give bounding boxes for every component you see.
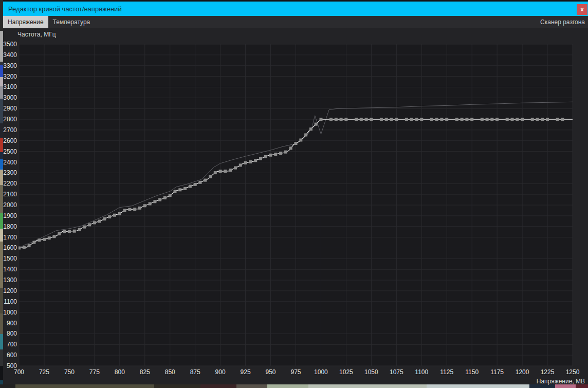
curve-point-marker[interactable] [138, 207, 141, 210]
close-button[interactable]: x [577, 4, 587, 15]
curve-point-marker[interactable] [295, 142, 298, 145]
curve-point-marker[interactable] [481, 118, 484, 121]
curve-point-marker[interactable] [455, 118, 458, 121]
curve-point-marker[interactable] [68, 230, 71, 233]
curve-point-marker[interactable] [390, 118, 393, 121]
curve-point-marker[interactable] [178, 188, 181, 191]
curve-point-marker[interactable] [103, 217, 106, 220]
curve-point-marker[interactable] [269, 154, 272, 157]
curve-point-marker[interactable] [169, 194, 172, 197]
curve-point-marker[interactable] [209, 175, 212, 178]
curve-point-marker[interactable] [194, 183, 197, 186]
curve-point-marker[interactable] [279, 152, 282, 155]
curve-point-marker[interactable] [153, 200, 156, 203]
curve-point-marker[interactable] [183, 187, 187, 190]
curve-point-marker[interactable] [541, 118, 544, 121]
curve-point-marker[interactable] [335, 118, 338, 121]
curve-point-marker[interactable] [365, 118, 368, 121]
curve-point-marker[interactable] [83, 226, 86, 229]
curve-point-marker[interactable] [395, 118, 398, 121]
curve-point-marker[interactable] [38, 238, 41, 242]
curve-point-marker[interactable] [63, 230, 66, 233]
curve-point-marker[interactable] [380, 118, 383, 121]
curve-point-marker[interactable] [531, 118, 534, 121]
curve-point-marker[interactable] [43, 238, 46, 241]
curve-point-marker[interactable] [490, 118, 493, 121]
curve-point-marker[interactable] [340, 118, 343, 121]
curve-point-marker[interactable] [556, 118, 559, 121]
curve-point-marker[interactable] [249, 160, 252, 163]
curve-point-marker[interactable] [289, 146, 292, 150]
curve-point-marker[interactable] [219, 170, 222, 173]
curve-point-marker[interactable] [149, 202, 152, 206]
curve-point-marker[interactable] [430, 118, 433, 121]
curve-point-marker[interactable] [536, 118, 539, 121]
curve-point-marker[interactable] [385, 118, 388, 121]
curve-point-marker[interactable] [224, 170, 227, 173]
curve-point-marker[interactable] [470, 118, 473, 121]
curve-point-marker[interactable] [329, 118, 333, 121]
curve-point-marker[interactable] [163, 196, 167, 199]
curve-point-marker[interactable] [48, 236, 51, 239]
curve-point-marker[interactable] [309, 127, 313, 131]
curve-point-marker[interactable] [204, 179, 207, 182]
curve-point-marker[interactable] [53, 235, 56, 238]
curve-point-marker[interactable] [320, 118, 323, 121]
curve-point-marker[interactable] [370, 118, 373, 121]
curve-point-marker[interactable] [23, 246, 26, 249]
curve-point-marker[interactable] [410, 118, 413, 121]
curve-point-marker[interactable] [264, 155, 267, 158]
curve-point-marker[interactable] [58, 232, 61, 235]
curve-point-marker[interactable] [93, 221, 96, 224]
curve-point-marker[interactable] [405, 118, 408, 121]
curve-point-marker[interactable] [440, 118, 443, 121]
curve-point-marker[interactable] [123, 209, 126, 212]
curve-point-marker[interactable] [17, 247, 21, 250]
curve-point-marker[interactable] [88, 223, 91, 226]
curve-point-marker[interactable] [78, 228, 81, 231]
curve-point-marker[interactable] [461, 118, 464, 121]
curve-point-marker[interactable] [299, 139, 302, 142]
curve-point-marker[interactable] [516, 118, 519, 121]
curve-point-marker[interactable] [73, 230, 76, 233]
curve-point-marker[interactable] [465, 118, 468, 121]
curve-point-marker[interactable] [435, 118, 438, 121]
curve-point-marker[interactable] [28, 244, 31, 247]
curve-point-marker[interactable] [32, 241, 35, 244]
curve-point-marker[interactable] [254, 159, 257, 162]
curve-point-marker[interactable] [546, 118, 549, 121]
curve-point-marker[interactable] [420, 118, 423, 121]
curve-point-marker[interactable] [360, 118, 363, 121]
curve-point-marker[interactable] [355, 118, 358, 121]
curve-point-marker[interactable] [199, 181, 202, 184]
tab-voltage[interactable]: Напряжение [3, 16, 48, 28]
curve-point-marker[interactable] [189, 184, 192, 188]
curve-point-marker[interactable] [214, 171, 217, 174]
curve-point-marker[interactable] [511, 118, 514, 121]
curve-point-marker[interactable] [415, 118, 418, 121]
curve-point-marker[interactable] [344, 118, 347, 121]
curve-point-marker[interactable] [113, 214, 116, 217]
curve-point-marker[interactable] [118, 212, 121, 215]
curve-point-marker[interactable] [315, 123, 318, 126]
curve-point-marker[interactable] [506, 118, 509, 121]
curve-point-marker[interactable] [128, 208, 131, 211]
curve-point-marker[interactable] [98, 220, 101, 223]
curve-point-marker[interactable] [229, 169, 232, 172]
curve-point-marker[interactable] [561, 118, 564, 121]
titlebar[interactable]: Редактор кривой частот/напряжений x [3, 2, 588, 16]
curve-point-marker[interactable] [133, 208, 136, 211]
curve-point-marker[interactable] [259, 157, 262, 160]
curve-point-marker[interactable] [521, 118, 524, 121]
tab-temperature[interactable]: Температура [48, 16, 95, 28]
curve-point-marker[interactable] [445, 118, 448, 121]
curve-point-marker[interactable] [143, 204, 146, 207]
curve-point-marker[interactable] [158, 198, 161, 201]
curve-point-marker[interactable] [108, 215, 111, 218]
vf-curve-chart[interactable] [3, 28, 588, 384]
curve-point-marker[interactable] [284, 151, 287, 154]
curve-point-marker[interactable] [244, 161, 247, 164]
curve-point-marker[interactable] [304, 134, 307, 137]
oc-scanner-link[interactable]: Сканер разгона [537, 16, 588, 28]
curve-point-marker[interactable] [486, 118, 489, 121]
